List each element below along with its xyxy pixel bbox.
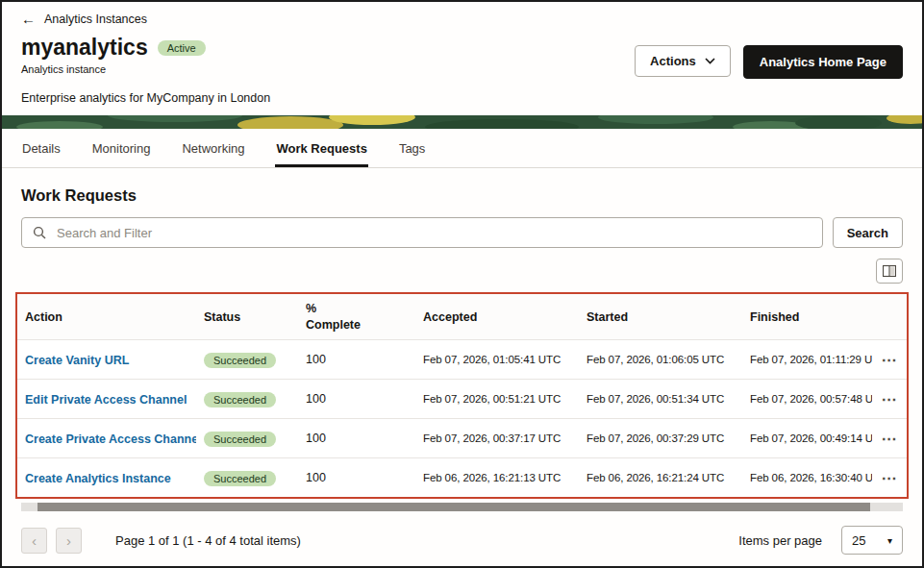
row-percent-complete: 100 (298, 392, 415, 406)
instance-type-label: Analytics instance (21, 63, 270, 75)
tab-networking[interactable]: Networking (181, 129, 245, 167)
tab-bar: Details Monitoring Networking Work Reque… (2, 129, 922, 168)
row-finished-time: Feb 07, 2026, 00:49:14 UTC (742, 432, 872, 444)
search-input[interactable] (55, 225, 812, 241)
row-status-badge: Succeeded (204, 432, 276, 447)
previous-page-button[interactable]: ‹ (21, 528, 47, 554)
banner-leaf-pattern-image (2, 115, 922, 129)
decorative-banner (2, 115, 922, 129)
column-header-percent-complete: % Complete (298, 301, 415, 333)
work-request-link[interactable]: Edit Private Access Channel (25, 393, 187, 407)
columns-icon (883, 265, 896, 277)
header-actions: Actions Analytics Home Page (635, 35, 903, 79)
tab-details[interactable]: Details (21, 129, 62, 167)
status-badge: Active (158, 40, 206, 56)
row-accepted-time: Feb 07, 2026, 00:37:17 UTC (415, 432, 579, 444)
section-title: Work Requests (21, 186, 903, 205)
work-request-link[interactable]: Create Private Access Channel (25, 432, 196, 446)
chevron-down-icon (705, 58, 715, 64)
table-row: Edit Private Access Channel Succeeded 10… (17, 379, 907, 418)
search-icon (33, 226, 46, 239)
row-status-badge: Succeeded (204, 392, 276, 407)
analytics-home-page-button[interactable]: Analytics Home Page (743, 45, 903, 79)
horizontal-scrollbar-track[interactable] (21, 503, 903, 511)
pagination-summary: Page 1 of 1 (1 - 4 of 4 total items) (115, 533, 301, 548)
row-started-time: Feb 06, 2026, 16:21:24 UTC (579, 472, 742, 483)
row-finished-time: Feb 07, 2026, 00:57:48 UTC (742, 393, 872, 405)
table-toolbar (21, 259, 903, 284)
search-box (21, 217, 823, 248)
table-row: Create Analytics Instance Succeeded 100 … (17, 457, 907, 497)
column-header-started: Started (579, 310, 742, 324)
row-status-badge: Succeeded (204, 353, 276, 368)
column-header-accepted: Accepted (415, 310, 579, 324)
chevron-left-icon: ‹ (32, 532, 37, 549)
top-bar: ← Analytics Instances (2, 2, 922, 28)
row-percent-complete: 100 (298, 432, 415, 445)
row-actions-menu-icon[interactable]: ⋯ (882, 470, 898, 486)
header-left: myanalytics Active Analytics instance En… (21, 35, 270, 105)
row-finished-time: Feb 07, 2026, 01:11:29 UTC (742, 354, 872, 365)
actions-button-label: Actions (650, 54, 696, 68)
tab-work-requests[interactable]: Work Requests (275, 129, 367, 167)
row-started-time: Feb 07, 2026, 00:37:29 UTC (579, 432, 742, 444)
horizontal-scrollbar-thumb[interactable] (37, 503, 870, 511)
tab-monitoring[interactable]: Monitoring (91, 129, 152, 167)
row-status-badge: Succeeded (204, 471, 276, 486)
back-button[interactable]: ← Analytics Instances (21, 12, 147, 26)
column-settings-button[interactable] (876, 259, 903, 284)
back-arrow-icon: ← (21, 12, 36, 26)
search-filter-row: Search (21, 217, 903, 248)
row-percent-complete: 100 (298, 471, 415, 484)
row-started-time: Feb 07, 2026, 00:51:34 UTC (579, 393, 742, 405)
analytics-instance-page: ← Analytics Instances myanalytics Active… (0, 0, 924, 568)
breadcrumb-label: Analytics Instances (44, 12, 147, 26)
column-header-finished: Finished (742, 310, 872, 324)
chevron-down-icon: ▾ (887, 535, 892, 546)
work-request-link[interactable]: Create Analytics Instance (25, 472, 171, 485)
items-per-page-label: Items per page (738, 533, 822, 548)
row-finished-time: Feb 06, 2026, 16:30:40 UTC (742, 472, 872, 483)
row-actions-menu-icon[interactable]: ⋯ (882, 391, 898, 407)
table-row: Create Private Access Channel Succeeded … (17, 418, 907, 457)
row-started-time: Feb 07, 2026, 01:06:05 UTC (579, 354, 742, 365)
table-row: Create Vanity URL Succeeded 100 Feb 07, … (17, 339, 907, 379)
instance-description: Enterprise analytics for MyCompany in Lo… (21, 91, 270, 105)
pagination-bar: ‹ › Page 1 of 1 (1 - 4 of 4 total items)… (2, 511, 922, 568)
work-request-link[interactable]: Create Vanity URL (25, 354, 129, 367)
row-actions-menu-icon[interactable]: ⋯ (882, 431, 898, 447)
column-header-action: Action (17, 310, 196, 324)
column-header-status: Status (196, 310, 298, 324)
items-per-page-select[interactable]: 25 ▾ (841, 526, 903, 555)
items-per-page-value: 25 (852, 533, 865, 548)
next-page-button[interactable]: › (56, 528, 82, 554)
page-title: myanalytics (21, 35, 148, 61)
chevron-right-icon: › (66, 532, 71, 549)
row-percent-complete: 100 (298, 353, 415, 366)
search-button[interactable]: Search (833, 217, 903, 248)
page-header: myanalytics Active Analytics instance En… (2, 28, 922, 105)
row-actions-menu-icon[interactable]: ⋯ (882, 352, 898, 368)
tab-tags[interactable]: Tags (398, 129, 426, 167)
annotation-highlight-box: Action Status % Complete Accepted Starte… (15, 292, 909, 499)
row-accepted-time: Feb 06, 2026, 16:21:13 UTC (415, 472, 579, 483)
actions-button[interactable]: Actions (635, 45, 731, 77)
row-accepted-time: Feb 07, 2026, 00:51:21 UTC (415, 393, 579, 405)
table-header-row: Action Status % Complete Accepted Starte… (17, 294, 907, 339)
row-accepted-time: Feb 07, 2026, 01:05:41 UTC (415, 354, 579, 365)
